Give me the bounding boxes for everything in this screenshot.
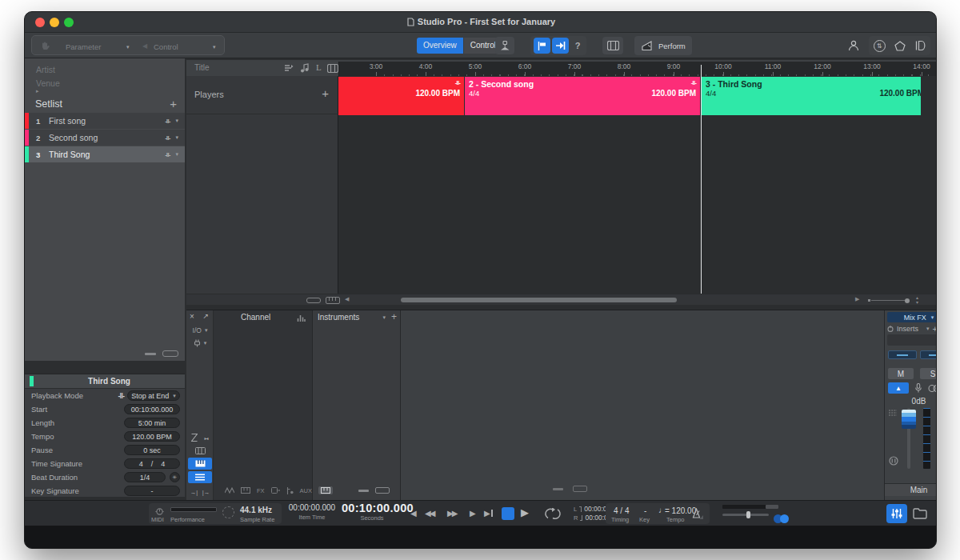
add-player-button[interactable]: + xyxy=(322,86,329,100)
playback-mode-icon[interactable]: -‖- xyxy=(165,118,170,125)
active-editor-tab[interactable] xyxy=(318,486,333,494)
instruments-menu-chevron-icon[interactable]: ▾ xyxy=(382,314,386,321)
playback-mode-icon[interactable]: -‖- xyxy=(165,151,170,158)
plugin-selector[interactable]: ▾ xyxy=(188,338,212,349)
playback-mode-icon[interactable]: -‖- xyxy=(165,134,170,142)
aux-editor-tab[interactable]: AUX xyxy=(300,487,312,494)
horizontal-scrollbar-thumb[interactable] xyxy=(401,298,677,302)
players-track-header[interactable]: Players + xyxy=(186,76,338,114)
volume-slider[interactable] xyxy=(722,514,769,516)
video-button[interactable] xyxy=(602,37,623,54)
minimize-panel-icon[interactable] xyxy=(145,353,156,355)
help-button[interactable]: ? xyxy=(570,38,585,54)
solo-button[interactable]: S xyxy=(920,368,937,379)
key-value[interactable]: - xyxy=(644,506,646,515)
stereo-icon[interactable] xyxy=(928,385,937,392)
sync-button[interactable]: ⇅ xyxy=(874,40,886,52)
inserts-list[interactable] xyxy=(887,334,937,346)
sample-rate-value[interactable]: 44.1 kHz xyxy=(240,506,272,514)
loop-button[interactable] xyxy=(543,508,562,520)
zoom-out-handle[interactable] xyxy=(868,299,870,302)
home-pentagon-icon[interactable] xyxy=(894,41,906,51)
time-signature-field[interactable]: 4 / 4 xyxy=(124,458,180,469)
mix-view-button[interactable] xyxy=(886,504,907,523)
levels-icon[interactable] xyxy=(297,314,306,322)
remote-devices-button[interactable] xyxy=(495,37,514,54)
monitor-button[interactable]: ▲ xyxy=(888,382,909,394)
fx-editor-tab[interactable]: FX xyxy=(257,487,265,494)
item-time-display[interactable]: 00:00:00.000 Item Time xyxy=(284,503,340,521)
minimize-console-icon[interactable] xyxy=(358,490,369,492)
zoom-slider[interactable] xyxy=(871,300,908,301)
song-block-third-song[interactable]: 3 - Third Song 4/4 -‖- 120.00 BPM xyxy=(702,77,921,115)
audio-wave-icon[interactable] xyxy=(225,487,234,494)
collapse-arrow-icon[interactable]: ▸ xyxy=(36,88,39,94)
layers-icon[interactable] xyxy=(284,64,294,73)
hand-tool-icon[interactable] xyxy=(40,41,50,51)
setlist-item-second-song[interactable]: 2 Second song -‖- ▾ xyxy=(25,130,185,146)
start-field[interactable]: 00:10:00.000 xyxy=(124,404,180,414)
piano-view-button[interactable] xyxy=(188,458,212,470)
main-time-display[interactable]: 00:10:00.000 Seconds xyxy=(342,502,402,522)
mono-icon[interactable] xyxy=(889,456,898,466)
add-song-button[interactable]: + xyxy=(170,97,177,110)
fader-handle[interactable] xyxy=(902,410,916,429)
gain-readout[interactable]: 0dB xyxy=(885,397,937,406)
mic-icon[interactable] xyxy=(915,383,922,393)
control-chevron-icon[interactable]: ▾ xyxy=(213,44,216,50)
lyrics-icon[interactable]: L xyxy=(316,62,322,72)
parameter-chevron-icon[interactable]: ▾ xyxy=(126,44,130,50)
maximize-console-icon[interactable] xyxy=(375,487,390,494)
cue-toggle[interactable] xyxy=(774,514,791,523)
timeline-ruler[interactable]: 3:004:005:006:007:008:009:0010:0011:0012… xyxy=(338,62,937,78)
parameter-dropdown[interactable]: Parameter xyxy=(66,42,101,51)
zoom-play-arrow[interactable]: ▶ xyxy=(855,296,859,302)
goto-next-marker-button[interactable] xyxy=(552,38,569,54)
cue-mix-a-button[interactable] xyxy=(888,350,917,359)
play-button[interactable]: ▶ xyxy=(521,506,529,518)
previous-marker-button[interactable]: ◀ xyxy=(410,509,415,518)
song-block-second-song[interactable]: 2 - Second song 4/4 -‖- 120.00 BPM xyxy=(465,77,700,115)
next-marker-button[interactable]: ▶ xyxy=(470,509,474,518)
artist-field[interactable]: Artist xyxy=(36,65,55,74)
mute-button[interactable]: M xyxy=(888,368,914,379)
list-view-button[interactable] xyxy=(188,471,212,483)
automation-icon[interactable] xyxy=(286,487,294,494)
song-menu-chevron-icon[interactable]: ▾ xyxy=(175,118,178,124)
metronome-icon[interactable] xyxy=(692,508,704,520)
beat-duration-field[interactable]: 1/4 xyxy=(124,472,166,482)
pause-field[interactable]: 0 sec xyxy=(124,445,180,455)
add-instrument-button[interactable]: + xyxy=(391,311,397,322)
mixfx-selector[interactable]: Mix FX▾ xyxy=(887,312,937,322)
pattern-editor-button[interactable] xyxy=(188,445,212,456)
grid-icon[interactable] xyxy=(889,410,897,416)
detach-panel-icon[interactable]: ↗ xyxy=(202,312,209,320)
maximize-panel-icon[interactable] xyxy=(162,350,178,357)
io-selector[interactable]: I/O▾ xyxy=(188,325,212,336)
pages-icon[interactable] xyxy=(914,40,926,51)
beat-duration-spinner[interactable]: ✳ xyxy=(170,472,180,482)
song-menu-chevron-icon[interactable]: ▾ xyxy=(175,134,178,141)
venue-field[interactable]: Venue xyxy=(36,78,60,88)
nudge-out-button[interactable]: |→ xyxy=(200,486,212,498)
fast-forward-button[interactable]: ▶▶ xyxy=(447,509,456,518)
add-insert-button[interactable]: + xyxy=(933,324,937,334)
keyboard-icon[interactable] xyxy=(241,487,250,494)
song-menu-chevron-icon[interactable]: ▾ xyxy=(175,151,178,158)
user-account-button[interactable] xyxy=(845,37,862,54)
bus-icon[interactable] xyxy=(271,487,280,494)
scroll-left-arrow[interactable]: ◀ xyxy=(345,296,349,302)
timing-value[interactable]: 4 / 4 xyxy=(614,506,629,515)
volume-slider-handle[interactable] xyxy=(746,511,750,518)
channel-name[interactable]: Main xyxy=(885,483,937,496)
stop-button[interactable] xyxy=(502,507,514,520)
editor-area[interactable] xyxy=(401,310,885,501)
setlist-item-first-song[interactable]: 1 First song -‖- ▾ xyxy=(25,113,185,129)
playback-mode-select[interactable]: Stop at End▾ xyxy=(127,390,180,401)
return-to-zero-button[interactable]: ▶ xyxy=(484,509,493,518)
minimize-editor-icon[interactable] xyxy=(553,488,563,490)
cue-mix-b-button[interactable] xyxy=(920,350,937,359)
tempo-field[interactable]: 120.00 BPM xyxy=(124,431,180,442)
rewind-button[interactable]: ◀◀ xyxy=(425,509,434,518)
nudge-in-button[interactable]: →| xyxy=(188,486,200,498)
